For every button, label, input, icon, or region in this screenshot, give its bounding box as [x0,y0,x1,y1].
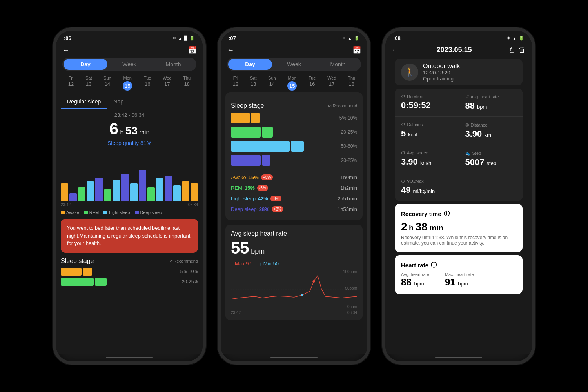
recommend-btn[interactable]: ⊘ Recommend [169,258,198,263]
workout-date: 2023.05.15 [436,46,472,54]
sleep-tab-regular[interactable]: Regular sleep [61,95,107,109]
recovery-h-label: h [409,223,414,232]
deep-pct: 20-25% [341,158,357,163]
recovery-card: Recovery time ⓘ 2 h 38 min Recovery unti… [395,204,523,252]
hr-chart-start: 23:42 [231,310,241,315]
stage-name-deep: Deep sleep 28% +3% [231,206,283,212]
stage-bars-deep [231,155,338,166]
stat-label-dist: ◎ Distance [465,122,517,127]
hr-avg-value: 88 bpm [401,277,429,288]
stage-awake-preview: 5%-10% [61,268,198,276]
share-icon[interactable]: ⎙ [510,46,514,54]
bar-6 [104,189,111,201]
sleep-time-range: 23:42 - 06:34 [61,112,198,118]
tab-month-1[interactable]: Month [151,59,195,70]
hr-unit-2: bpm [251,247,265,255]
delete-icon[interactable]: 🗑 [519,46,526,54]
scroll-1: Regular sleep Nap 23:42 - 06:34 6 h 53 m… [56,92,203,354]
status-bar-3: :08 ✶ ▲ 🔋 [385,31,532,43]
legend-label-awake: Awake [66,210,79,215]
bar-12 [156,178,163,201]
calendar-icon-1[interactable]: 📅 [188,46,196,54]
tab-day-2[interactable]: Day [228,59,272,70]
bt-icon-2: ✶ [342,36,346,41]
bar-14 [173,185,181,201]
duration-icon: ⏱ [401,94,405,99]
stat-val-hr: 88 bpm [465,101,517,111]
recommend-btn-2[interactable]: ⊘ Recommend [328,103,357,109]
hr-avg-label: Avg. heart rate [401,272,429,277]
rem-bar-solid [231,127,261,138]
sleep-duration: 6 h 53 min [61,120,198,138]
date-mon-selected[interactable]: Mon 15 [123,76,132,91]
recovery-info-icon[interactable]: ⓘ [444,210,450,218]
stage-bar-awake-hatch [83,268,92,276]
phone-1: :06 ✶ ▲ ▊ 🔋 ← 📅 Day Week Month Fri 12 [53,27,206,365]
status-icons-1: ✶ ▲ ▊ 🔋 [172,36,195,41]
sleep-hours: 6 [109,120,118,138]
back-button-1[interactable]: ← [62,46,69,54]
recovery-title: Recovery time ⓘ [401,210,516,218]
stage-bar-awake [61,268,177,276]
stats-grid: ⏱ Duration 0:59:52 ♡ Avg. heart rate 88 … [395,89,523,201]
hr-svg [231,270,357,309]
calendar-icon-2[interactable]: 📅 [352,46,361,54]
bar-7 [113,180,120,201]
legend-awake: Awake [61,210,79,215]
hr-info-icon[interactable]: ⓘ [431,261,437,269]
wifi-icon: ▲ [178,36,182,41]
sleep-quality: Sleep quality 81% [61,140,198,146]
date2-fri[interactable]: Fri12 [233,76,238,91]
date2-tue[interactable]: Tue16 [309,76,316,91]
date2-sun[interactable]: Sun14 [268,76,276,91]
vo2-unit: ml/kg/min [413,188,435,194]
date2-sat[interactable]: Sat13 [250,76,257,91]
date-tue[interactable]: Tue 16 [144,76,151,91]
nav-bar-1: ← 📅 [56,43,203,58]
date2-wed[interactable]: Wed17 [327,76,336,91]
date-wed[interactable]: Wed 17 [163,76,171,91]
tab-week-2[interactable]: Week [272,59,316,70]
date-sun[interactable]: Sun 14 [103,76,111,91]
rem-pct-stat: 15% [245,185,255,191]
tab-week-1[interactable]: Week [107,59,151,70]
legend-label-deep: Deep sleep [140,210,162,215]
workout-info: 🚶 Outdoor walk 12:20-13:20 Open training [395,59,523,85]
heart-rate-section-2: Avg sleep heart rate 55 bpm ↑ Max 97 ↓ M… [225,225,363,320]
heart-rate-card: Heart rate ⓘ Avg. heart rate 88 bpm Max.… [395,255,523,294]
stage-name-light: Light sleep 42% -8% [231,196,281,201]
workout-actions: ⎙ 🗑 [510,46,526,54]
status-icons-3: ✶ ▲ 🔋 [507,36,524,41]
date-thu[interactable]: Thu 18 [183,76,191,91]
phone-3: :08 ✶ ▲ 🔋 ← 2023.05.15 ⎙ 🗑 🚶 Out [382,27,535,365]
dist-unit: km [484,132,491,138]
stage-bar-rem-hatch [95,278,107,286]
date2-mon[interactable]: Mon15 [287,76,297,91]
sleep-tab-nap[interactable]: Nap [107,95,130,109]
deep-label: Deep sleep [231,206,257,212]
hr-card-row: Avg. heart rate 88 bpm Max. heart rate 9… [401,272,516,288]
back-button-3[interactable]: ← [392,46,399,54]
tab-bar-1: Day Week Month [62,58,196,71]
home-indicator-3 [385,354,532,361]
tab-bar-2: Day Week Month [227,58,361,71]
date-sat[interactable]: Sat 13 [85,76,92,91]
tab-day-1[interactable]: Day [64,59,107,70]
battery-icon: 🔋 [189,36,195,41]
status-bar-2: :07 ✶ ▲ 🔋 [221,31,367,43]
stat-speed: ⏱ Avg. speed 3.90 km/h [395,145,459,173]
hr-minmax-2: ↑ Max 97 ↓ Min 50 [231,261,357,267]
home-bar-3 [435,357,482,358]
date-fri[interactable]: Fri 12 [68,76,74,91]
date2-thu[interactable]: Thu18 [348,76,355,91]
date-strip-2: Fri12 Sat13 Sun14 Mon15 Tue16 Wed17 Thu1… [221,74,367,92]
home-bar-2 [270,357,318,358]
rem-badge: -5% [257,185,268,191]
stat-calories: ⏱ Calories 5 kcal [395,117,459,145]
vo2-icon: ⏱ [401,179,405,183]
stat-label-step: 👟 Step [465,151,517,156]
tab-month-2[interactable]: Month [316,59,360,70]
back-button-2[interactable]: ← [227,46,234,54]
sleep-stage-header: Sleep stage ⊘ Recommend [61,258,198,265]
stage-bar-awake-solid [61,268,82,276]
